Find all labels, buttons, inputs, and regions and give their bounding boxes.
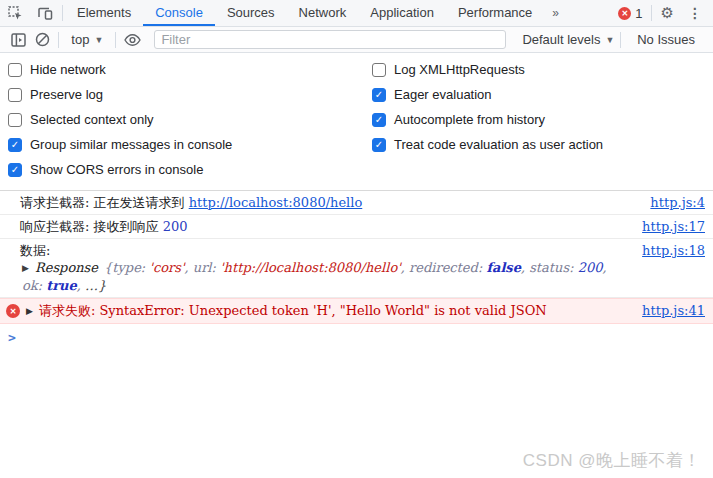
console-messages: 请求拦截器: 正在发送请求到 http://localhost:8080/hel… bbox=[0, 191, 713, 351]
context-selector-value: top bbox=[71, 32, 89, 47]
setting-label: Selected context only bbox=[30, 112, 154, 127]
chevron-down-icon: ▼ bbox=[94, 35, 103, 45]
toolbar-divider-2 bbox=[115, 32, 116, 48]
object-class-name: Response bbox=[35, 260, 98, 275]
live-expression-button[interactable] bbox=[122, 34, 142, 46]
tab-console[interactable]: Console bbox=[143, 0, 215, 26]
prop-name: redirected bbox=[409, 260, 478, 275]
filter-input[interactable] bbox=[154, 30, 506, 49]
setting-label: Autocomplete from history bbox=[394, 112, 545, 127]
request-url-link[interactable]: http://localhost:8080/hello bbox=[189, 195, 363, 210]
setting-group-similar[interactable]: ✓ Group similar messages in console bbox=[8, 132, 372, 157]
tab-elements[interactable]: Elements bbox=[65, 0, 143, 26]
toolbar-divider-3 bbox=[620, 32, 621, 48]
checkbox[interactable]: ✓ bbox=[372, 63, 386, 77]
log-message: 响应拦截器: 接收到响应 200 bbox=[20, 218, 630, 235]
error-message: ▶请求失败: SyntaxError: Unexpected token 'H'… bbox=[26, 302, 630, 320]
inspect-cursor-icon bbox=[8, 6, 23, 21]
tabbar-right-divider bbox=[651, 5, 652, 21]
console-sidebar-icon bbox=[11, 33, 26, 47]
tab-application[interactable]: Application bbox=[358, 0, 446, 26]
prop-value: true bbox=[46, 278, 77, 293]
error-badge-icon: ✕ bbox=[618, 7, 631, 20]
inspect-element-button[interactable] bbox=[0, 0, 30, 26]
expand-triangle-icon[interactable]: ▶ bbox=[26, 303, 33, 320]
console-toolbar: top ▼ Default levels ▼ No Issues bbox=[0, 27, 713, 53]
setting-selected-context-only[interactable]: ✓ Selected context only bbox=[8, 107, 372, 132]
setting-label: Group similar messages in console bbox=[30, 137, 232, 152]
response-object-preview: ▶Response{type: 'cors', url: 'http://loc… bbox=[20, 259, 630, 294]
kebab-menu-icon[interactable]: ⋮ bbox=[681, 5, 709, 21]
prop-value: false bbox=[486, 260, 521, 275]
setting-eager-evaluation[interactable]: ✓ Eager evaluation bbox=[372, 82, 713, 107]
settings-left-column: ✓ Hide network ✓ Preserve log ✓ Selected… bbox=[0, 57, 372, 182]
error-counter-button[interactable]: ✕ 1 bbox=[612, 6, 648, 21]
console-error-row: ✕ ▶请求失败: SyntaxError: Unexpected token '… bbox=[0, 298, 713, 324]
issues-counter[interactable]: No Issues bbox=[627, 32, 705, 47]
setting-autocomplete-history[interactable]: ✓ Autocomplete from history bbox=[372, 107, 713, 132]
log-text: 响应拦截器: 接收到响应 bbox=[20, 219, 163, 234]
log-levels-label: Default levels bbox=[522, 32, 600, 47]
checkbox[interactable]: ✓ bbox=[372, 138, 386, 152]
tab-network[interactable]: Network bbox=[287, 0, 359, 26]
checkbox[interactable]: ✓ bbox=[8, 88, 22, 102]
checkbox[interactable]: ✓ bbox=[8, 113, 22, 127]
source-location-link[interactable]: http.js:18 bbox=[642, 242, 705, 259]
console-log-row: 请求拦截器: 正在发送请求到 http://localhost:8080/hel… bbox=[0, 191, 713, 215]
log-message: 数据: ▶Response{type: 'cors', url: 'http:/… bbox=[20, 242, 630, 294]
tab-sources[interactable]: Sources bbox=[215, 0, 287, 26]
status-code: 200 bbox=[163, 219, 188, 234]
setting-label: Log XMLHttpRequests bbox=[394, 62, 525, 77]
tabbar-divider bbox=[62, 5, 63, 21]
prop-value: 'cors' bbox=[149, 260, 184, 275]
checkbox[interactable]: ✓ bbox=[8, 63, 22, 77]
prop-value: 'http://localhost:8080/hello' bbox=[220, 260, 401, 275]
setting-show-cors-errors[interactable]: ✓ Show CORS errors in console bbox=[8, 157, 372, 182]
console-settings-panel: ✓ Hide network ✓ Preserve log ✓ Selected… bbox=[0, 53, 713, 191]
preview-ellipsis: …} bbox=[85, 278, 106, 293]
tab-performance[interactable]: Performance bbox=[446, 0, 544, 26]
log-text: 数据: bbox=[20, 242, 630, 259]
setting-preserve-log[interactable]: ✓ Preserve log bbox=[8, 82, 372, 107]
console-prompt-row[interactable]: > bbox=[0, 324, 713, 351]
error-circle-icon: ✕ bbox=[6, 304, 20, 318]
checkbox[interactable]: ✓ bbox=[372, 113, 386, 127]
setting-log-xhr[interactable]: ✓ Log XMLHttpRequests bbox=[372, 57, 713, 82]
filter-container bbox=[154, 30, 506, 49]
prop-value: 200 bbox=[578, 260, 603, 275]
checkbox[interactable]: ✓ bbox=[372, 88, 386, 102]
clear-console-icon bbox=[35, 32, 50, 47]
setting-treat-eval-user-action[interactable]: ✓ Treat code evaluation as user action bbox=[372, 132, 713, 157]
checkbox[interactable]: ✓ bbox=[8, 163, 22, 177]
error-count: 1 bbox=[635, 6, 642, 21]
source-location-link[interactable]: http.js:41 bbox=[642, 302, 705, 319]
prop-name: type bbox=[112, 260, 141, 275]
setting-label: Eager evaluation bbox=[394, 87, 492, 102]
device-toolbar-icon bbox=[37, 6, 53, 21]
setting-label: Show CORS errors in console bbox=[30, 162, 203, 177]
prompt-chevron-icon: > bbox=[8, 330, 16, 345]
more-tabs-button[interactable]: » bbox=[544, 0, 566, 26]
settings-gear-icon[interactable]: ⚙ bbox=[654, 4, 681, 22]
checkbox[interactable]: ✓ bbox=[8, 138, 22, 152]
device-toolbar-button[interactable] bbox=[30, 0, 60, 26]
context-selector[interactable]: top ▼ bbox=[65, 32, 109, 47]
log-levels-dropdown[interactable]: Default levels ▼ bbox=[522, 32, 614, 47]
expand-triangle-icon[interactable]: ▶ bbox=[22, 260, 29, 277]
panel-tabs: Elements Console Sources Network Applica… bbox=[65, 0, 544, 26]
toolbar-divider-1 bbox=[58, 32, 59, 48]
error-text: 请求失败: SyntaxError: Unexpected token 'H',… bbox=[39, 303, 547, 318]
setting-label: Treat code evaluation as user action bbox=[394, 137, 603, 152]
source-location-link[interactable]: http.js:4 bbox=[650, 194, 705, 211]
csdn-watermark: CSDN @晚上睡不着！ bbox=[523, 449, 701, 472]
console-log-row: 数据: ▶Response{type: 'cors', url: 'http:/… bbox=[0, 239, 713, 298]
setting-hide-network[interactable]: ✓ Hide network bbox=[8, 57, 372, 82]
devtools-tabbar: Elements Console Sources Network Applica… bbox=[0, 0, 713, 27]
console-sidebar-toggle[interactable] bbox=[8, 33, 28, 47]
source-location-link[interactable]: http.js:17 bbox=[642, 218, 705, 235]
console-log-row: 响应拦截器: 接收到响应 200 http.js:17 bbox=[0, 215, 713, 239]
prop-name: url bbox=[193, 260, 212, 275]
settings-right-column: ✓ Log XMLHttpRequests ✓ Eager evaluation… bbox=[372, 57, 713, 182]
clear-console-button[interactable] bbox=[32, 32, 52, 47]
eye-icon bbox=[124, 34, 141, 46]
